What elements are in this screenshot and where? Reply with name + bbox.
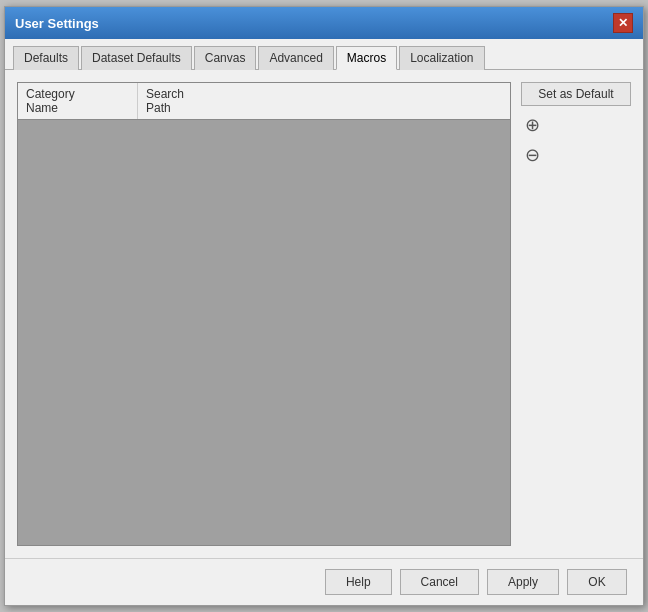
- tab-localization[interactable]: Localization: [399, 46, 484, 70]
- tab-canvas[interactable]: Canvas: [194, 46, 257, 70]
- close-button[interactable]: ✕: [613, 13, 633, 33]
- tab-advanced[interactable]: Advanced: [258, 46, 333, 70]
- cancel-button[interactable]: Cancel: [400, 569, 479, 595]
- table-body: [18, 120, 510, 545]
- tab-macros[interactable]: Macros: [336, 46, 397, 70]
- remove-row-button[interactable]: ⊖: [521, 144, 543, 166]
- tab-dataset-defaults[interactable]: Dataset Defaults: [81, 46, 192, 70]
- set-as-default-button[interactable]: Set as Default: [521, 82, 631, 106]
- column-header-search-path: SearchPath: [138, 83, 258, 119]
- right-panel: Set as Default ⊕ ⊖: [521, 82, 631, 546]
- apply-button[interactable]: Apply: [487, 569, 559, 595]
- footer: Help Cancel Apply OK: [5, 558, 643, 605]
- tab-bar: Defaults Dataset Defaults Canvas Advance…: [5, 39, 643, 70]
- ok-button[interactable]: OK: [567, 569, 627, 595]
- add-row-button[interactable]: ⊕: [521, 114, 543, 136]
- window-title: User Settings: [15, 16, 99, 31]
- title-bar: User Settings ✕: [5, 7, 643, 39]
- macros-table[interactable]: CategoryName SearchPath: [17, 82, 511, 546]
- table-header: CategoryName SearchPath: [18, 83, 510, 120]
- content-area: CategoryName SearchPath Set as Default ⊕…: [5, 70, 643, 558]
- column-header-category-name: CategoryName: [18, 83, 138, 119]
- user-settings-window: User Settings ✕ Defaults Dataset Default…: [4, 6, 644, 606]
- tab-defaults[interactable]: Defaults: [13, 46, 79, 70]
- help-button[interactable]: Help: [325, 569, 392, 595]
